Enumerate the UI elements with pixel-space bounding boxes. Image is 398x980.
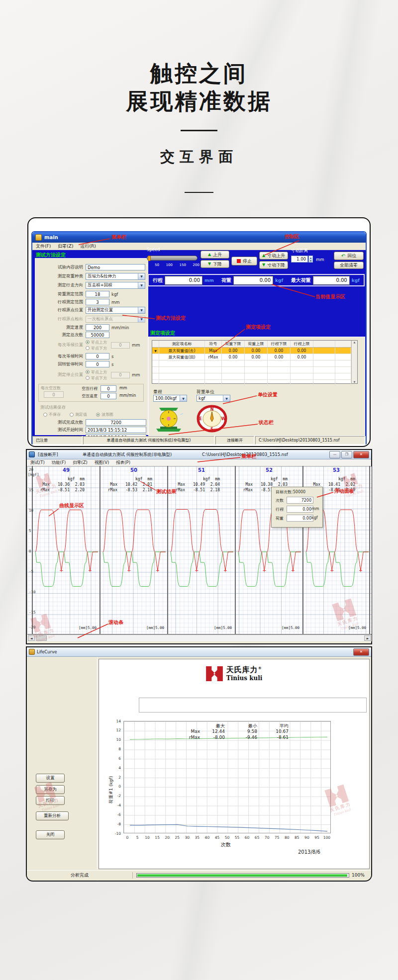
down-arrow-icon: ▼ xyxy=(208,262,211,266)
chevron-down-icon[interactable]: ▼ xyxy=(180,395,187,401)
titlebar: main xyxy=(32,232,366,243)
annotation-menubar-1: 菜单栏 xyxy=(111,234,126,241)
load-range-input[interactable] xyxy=(86,291,109,297)
radio-icon xyxy=(43,413,47,417)
start-time-input xyxy=(86,427,146,433)
air-stroke-input[interactable] xyxy=(100,385,116,392)
radio-icon xyxy=(70,413,74,417)
menu-function[interactable]: 功能(F) xyxy=(48,460,70,466)
field-load-type: 测定荷重种类 压缩力&拉伸力▼ xyxy=(39,272,148,280)
field-stop-pos: 测定停止位置 零点上方 零点下方 mm xyxy=(39,369,148,381)
slider-thumb[interactable] xyxy=(148,256,151,261)
total-count-input[interactable] xyxy=(86,332,109,338)
speed-slider[interactable] xyxy=(147,256,198,261)
down-arrow-icon[interactable]: ▼ xyxy=(354,380,356,383)
minimize-button[interactable]: — xyxy=(329,451,340,458)
maxload-value: 0.00 xyxy=(313,276,350,285)
up-button[interactable]: ▲上升 xyxy=(200,251,229,259)
table-header: 测定项名称 符号 荷重下限 荷重上限 行程下限 行程上限 xyxy=(152,341,351,348)
stroke-value: 0.00 xyxy=(165,276,202,285)
progress-percent: 100% xyxy=(352,873,365,878)
cycle-number: 51 xyxy=(168,467,235,473)
menu-file[interactable]: 文件(F) xyxy=(32,243,54,250)
wait-time-input[interactable] xyxy=(86,353,109,359)
range-select[interactable]: 100.00kgf▼ xyxy=(153,395,187,402)
description-box[interactable] xyxy=(139,698,367,713)
stroke-range-input[interactable] xyxy=(86,299,109,305)
hero-subtitle: 交互界面 xyxy=(0,147,398,167)
page: 触控之间 展现精准数据 交互界面 main 文件(F) 归零(Z) 运行(R) … xyxy=(0,0,398,980)
table-row xyxy=(152,373,351,380)
table-row[interactable]: 最大荷重值(回) rMax 0.00 0.00 0.00 0.00 xyxy=(152,354,351,360)
up-arrow-icon[interactable]: ▲ xyxy=(354,341,356,344)
x-tick: 0 xyxy=(123,835,132,840)
annotation-statusbar-1: 状态栏 xyxy=(259,419,274,426)
reanalyze-button[interactable]: 重新分析 xyxy=(36,811,69,820)
jog-up-button[interactable]: ▲寸动上升 xyxy=(259,252,288,260)
horizontal-scrollbar[interactable]: ◄ ► xyxy=(27,634,372,641)
title-appname: 单通道自动插拔力测试 伺服控制系统(非电脑型) xyxy=(83,452,172,458)
maximize-button[interactable]: ❐ xyxy=(341,451,352,458)
speed-input[interactable] xyxy=(86,324,109,331)
y-tick: 20 xyxy=(29,467,42,472)
x-tick: 30 xyxy=(183,835,192,840)
desc-input[interactable] xyxy=(86,264,145,270)
report-date: 2013/8/6 xyxy=(298,849,320,855)
x-tick: 65 xyxy=(253,835,262,840)
menu-zero[interactable]: 归零(Z) xyxy=(69,460,91,466)
count-value: 7200 xyxy=(287,497,313,504)
origin-pos-select[interactable]: 开始测定位置▼ xyxy=(86,307,145,314)
x-tick: 100 xyxy=(322,835,331,840)
table-row xyxy=(152,360,351,367)
load-type-select[interactable]: 压缩力&拉伸力▼ xyxy=(86,273,145,280)
table-row[interactable]: ▼ 最大荷重值(去) Max 0.00 0.00 0.00 0.00 xyxy=(152,348,351,354)
y-tick: 8 xyxy=(110,747,121,751)
titlebar: LifeCurve ✕ xyxy=(27,647,371,657)
pause-time-input[interactable] xyxy=(86,361,109,367)
jog-down-button[interactable]: ▼寸动下降 xyxy=(259,261,288,269)
menu-view[interactable]: 视图(V) xyxy=(91,460,112,466)
menu-test[interactable]: 测试(T) xyxy=(27,460,48,466)
table-scrollbar[interactable]: ▲▼ xyxy=(351,341,357,383)
target-count-label: 目标次数:50000 xyxy=(276,489,305,495)
menu-report[interactable]: 报表(P) xyxy=(112,460,134,466)
chevron-down-icon[interactable]: ▼ xyxy=(138,273,145,279)
direction-select[interactable]: 压去程+回程▼ xyxy=(86,282,145,289)
stop-button[interactable]: 停止 xyxy=(231,257,257,266)
chevron-down-icon[interactable]: ▼ xyxy=(138,307,145,313)
air-speed-input[interactable] xyxy=(100,393,116,399)
chevron-down-icon[interactable]: ▼ xyxy=(223,395,230,401)
print-button[interactable]: 打印 xyxy=(36,796,65,805)
x-tick: 45 xyxy=(212,835,221,840)
spinner[interactable]: ▲▼ xyxy=(308,256,313,263)
save-as-button[interactable]: 另存为 xyxy=(36,785,65,794)
progress-track xyxy=(136,873,349,878)
settings-button[interactable]: 设置 xyxy=(36,774,65,783)
annotation-method-settings: 测试方法设定 xyxy=(156,315,186,322)
stop-icon xyxy=(237,259,241,263)
scroll-right-icon[interactable]: ► xyxy=(364,635,371,641)
x-tick: 20 xyxy=(163,835,172,840)
close-report-button[interactable]: 关闭 xyxy=(36,830,65,839)
y-tick: -20 xyxy=(29,625,42,629)
menu-zero[interactable]: 归零(Z) xyxy=(54,243,77,250)
floating-panel[interactable]: 目标次数:50000 次数 7200 行程 0.00 mm 荷重 0.00 kg… xyxy=(271,487,323,528)
load-unit-select[interactable]: kgf▼ xyxy=(197,395,230,402)
chevron-down-icon[interactable]: ▼ xyxy=(138,282,145,288)
home-button[interactable]: ↶回位 xyxy=(334,252,364,260)
field-done-count: 测试完成次数 xyxy=(39,419,148,426)
scroll-thumb[interactable] xyxy=(36,635,47,641)
up-arrow-icon: ▲ xyxy=(262,254,265,258)
x-tick: 75 xyxy=(273,835,282,840)
field-wait-time: 每次等候时间 s xyxy=(39,353,148,360)
clear-all-button[interactable]: 全部清零 xyxy=(334,262,364,269)
close-button[interactable]: ✕ xyxy=(353,451,369,458)
close-button[interactable]: ✕ xyxy=(353,648,369,656)
jog-distance-label: 寸动距离 xyxy=(291,248,308,254)
statusbar: 分析完成 100% xyxy=(27,870,371,880)
menu-run[interactable]: 运行(R) xyxy=(77,243,99,250)
jog-distance-input[interactable] xyxy=(291,256,308,263)
scroll-left-icon[interactable]: ◄ xyxy=(28,635,35,641)
y-tick: 0 xyxy=(29,549,42,553)
down-button[interactable]: ▼下降 xyxy=(200,260,229,268)
